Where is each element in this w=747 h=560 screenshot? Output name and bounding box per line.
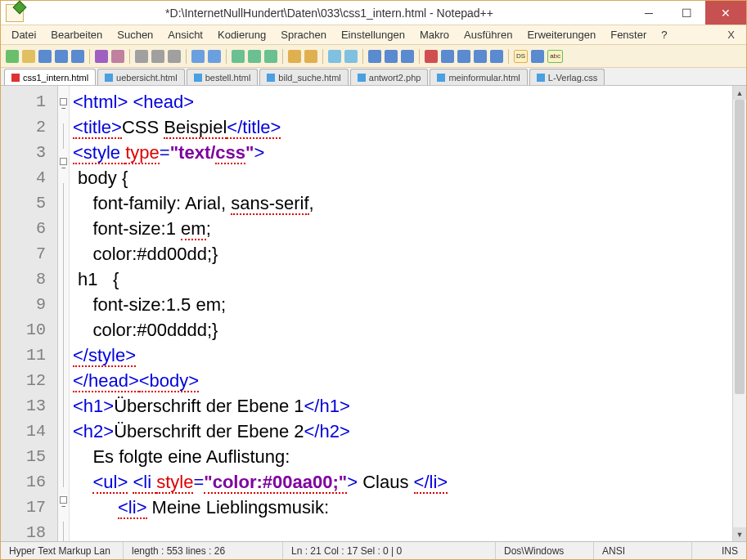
line-number[interactable]: 5 bbox=[1, 190, 57, 216]
fold-toggle-icon[interactable] bbox=[60, 496, 67, 504]
menu-kodierung[interactable]: Kodierung bbox=[210, 26, 273, 43]
toolbar-button[interactable]: DS bbox=[514, 50, 528, 63]
line-number[interactable]: 10 bbox=[1, 317, 57, 343]
code-line[interactable]: <html> <head> bbox=[73, 89, 732, 114]
fold-cell[interactable] bbox=[58, 98, 69, 123]
line-number[interactable]: 12 bbox=[1, 368, 57, 393]
minimize-button[interactable]: ─ bbox=[630, 1, 668, 25]
fold-cell[interactable] bbox=[58, 310, 69, 335]
toolbar-button[interactable] bbox=[111, 50, 124, 63]
line-number[interactable]: 2 bbox=[1, 114, 57, 140]
fold-cell[interactable] bbox=[58, 437, 69, 462]
code-line[interactable]: <h1>Überschrift der Ebene 1</h1> bbox=[73, 393, 732, 419]
code-line[interactable]: Es folgte eine Auflistung: bbox=[73, 444, 732, 469]
code-line[interactable]: body { bbox=[73, 165, 732, 190]
code-line[interactable]: <style type="text/css"> bbox=[73, 140, 732, 165]
menu-ansicht[interactable]: Ansicht bbox=[160, 26, 210, 43]
fold-cell[interactable] bbox=[58, 123, 69, 149]
fold-cell[interactable] bbox=[58, 259, 69, 284]
menu-sprachen[interactable]: Sprachen bbox=[273, 26, 334, 43]
toolbar-button[interactable] bbox=[248, 50, 261, 63]
fold-cell[interactable] bbox=[58, 496, 69, 522]
toolbar-button[interactable] bbox=[135, 50, 148, 63]
status-eol[interactable]: Dos\Windows bbox=[496, 542, 594, 559]
toolbar-button[interactable] bbox=[55, 50, 68, 63]
line-number[interactable]: 11 bbox=[1, 343, 57, 368]
toolbar-button[interactable] bbox=[95, 50, 108, 63]
fold-cell[interactable] bbox=[58, 284, 69, 310]
line-number[interactable]: 15 bbox=[1, 444, 57, 469]
fold-toggle-icon[interactable] bbox=[60, 158, 67, 165]
line-number[interactable]: 7 bbox=[1, 241, 57, 267]
toolbar-button[interactable] bbox=[328, 50, 341, 63]
menu-datei[interactable]: Datei bbox=[4, 26, 43, 43]
file-tab[interactable]: L-Verlag.css bbox=[529, 69, 605, 85]
toolbar-button[interactable] bbox=[38, 50, 52, 63]
fold-cell[interactable] bbox=[58, 386, 69, 411]
toolbar-button[interactable] bbox=[6, 50, 19, 63]
fold-cell[interactable] bbox=[58, 411, 69, 437]
scroll-track[interactable] bbox=[733, 100, 746, 527]
fold-cell[interactable] bbox=[58, 234, 69, 259]
line-number[interactable]: 13 bbox=[1, 393, 57, 419]
menu-help[interactable]: ? bbox=[654, 26, 674, 43]
code-line[interactable]: font-family: Arial, sans-serif, bbox=[73, 190, 732, 216]
toolbar-button[interactable] bbox=[474, 50, 487, 63]
fold-cell[interactable] bbox=[58, 335, 69, 361]
code-line[interactable]: <h2>Überschrift der Ebene 2</h2> bbox=[73, 419, 732, 444]
file-tab[interactable]: css1_intern.html bbox=[4, 69, 96, 85]
code-line[interactable]: </style> bbox=[73, 343, 732, 368]
code-line[interactable]: h1 { bbox=[73, 267, 732, 292]
toolbar-button[interactable] bbox=[344, 50, 358, 63]
code-line[interactable]: color:#dd00dd;} bbox=[73, 241, 732, 267]
file-tab[interactable]: bestell.html bbox=[187, 69, 259, 85]
toolbar-button[interactable] bbox=[22, 50, 35, 63]
toolbar-button[interactable] bbox=[208, 50, 221, 63]
line-number[interactable]: 9 bbox=[1, 292, 57, 317]
line-number[interactable]: 6 bbox=[1, 216, 57, 241]
line-number[interactable]: 18 bbox=[1, 520, 57, 541]
fold-toggle-icon[interactable] bbox=[60, 98, 67, 105]
fold-cell[interactable] bbox=[58, 158, 69, 183]
menu-makro[interactable]: Makro bbox=[412, 26, 457, 43]
maximize-button[interactable]: ☐ bbox=[668, 1, 705, 25]
line-number[interactable]: 16 bbox=[1, 469, 57, 495]
toolbar-button[interactable] bbox=[151, 50, 164, 63]
fold-column[interactable] bbox=[58, 86, 70, 541]
file-tab[interactable]: bild_suche.html bbox=[259, 69, 348, 85]
menu-einstellungen[interactable]: Einstellungen bbox=[334, 26, 412, 43]
toolbar-button[interactable] bbox=[71, 50, 84, 63]
fold-cell[interactable] bbox=[58, 183, 69, 208]
file-tab[interactable]: uebersicht.html bbox=[97, 69, 185, 85]
code-editor[interactable]: <html> <head><title>CSS Beispiel</title>… bbox=[70, 86, 732, 541]
code-line[interactable]: color:#00dddd;} bbox=[73, 317, 732, 343]
close-button[interactable]: ✕ bbox=[705, 1, 746, 25]
toolbar-button[interactable] bbox=[264, 50, 277, 63]
status-insert-mode[interactable]: INS bbox=[692, 542, 746, 559]
menu-bearbeiten[interactable]: Bearbeiten bbox=[43, 26, 110, 43]
toolbar-button[interactable] bbox=[232, 50, 245, 63]
titlebar[interactable]: *D:\InternetNullHundert\Daten\033\css1_i… bbox=[1, 1, 746, 25]
file-tab[interactable]: meinformular.html bbox=[430, 69, 527, 85]
fold-cell[interactable] bbox=[58, 361, 69, 386]
toolbar-button[interactable] bbox=[304, 50, 317, 63]
scroll-up-arrow[interactable]: ▲ bbox=[733, 86, 746, 100]
close-document-button[interactable]: X bbox=[719, 26, 743, 43]
toolbar-button[interactable] bbox=[401, 50, 414, 63]
line-number[interactable]: 14 bbox=[1, 419, 57, 444]
toolbar-button[interactable] bbox=[368, 50, 381, 63]
code-line[interactable]: font-size:1 em; bbox=[73, 216, 732, 241]
toolbar-button[interactable] bbox=[441, 50, 454, 63]
line-number[interactable]: 8 bbox=[1, 267, 57, 292]
fold-cell[interactable] bbox=[58, 462, 69, 487]
toolbar-button[interactable]: abc bbox=[547, 50, 563, 63]
menu-erweiterungen[interactable]: Erweiterungen bbox=[520, 26, 603, 43]
toolbar-button[interactable] bbox=[457, 50, 470, 63]
toolbar-button[interactable] bbox=[490, 50, 503, 63]
status-encoding[interactable]: ANSI bbox=[594, 542, 692, 559]
line-number[interactable]: 1 bbox=[1, 89, 57, 114]
code-line[interactable]: </head><body> bbox=[73, 368, 732, 393]
code-line[interactable]: <title>CSS Beispiel</title> bbox=[73, 114, 732, 140]
fold-cell[interactable] bbox=[58, 522, 69, 541]
toolbar-button[interactable] bbox=[288, 50, 301, 63]
